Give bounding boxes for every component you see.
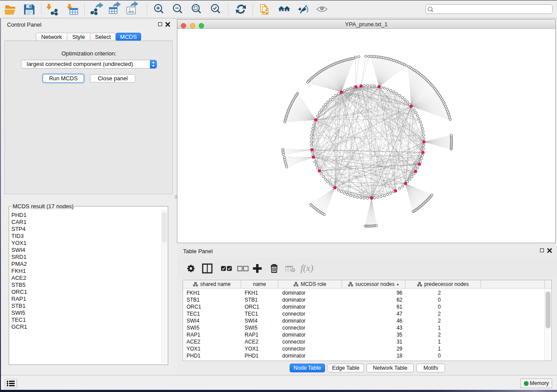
svg-text:f(x): f(x) [301,263,313,273]
